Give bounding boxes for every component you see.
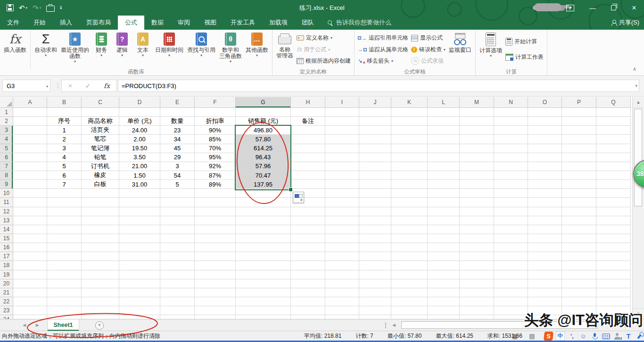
- cell-Q10[interactable]: [596, 189, 631, 198]
- cell-A15[interactable]: [13, 234, 47, 243]
- cell-I6[interactable]: [325, 153, 359, 162]
- toolbox-icon[interactable]: [636, 332, 644, 341]
- cell-F13[interactable]: [195, 216, 236, 225]
- cell-H3[interactable]: [291, 126, 325, 135]
- cell-F15[interactable]: [195, 234, 236, 243]
- cell-H17[interactable]: [291, 252, 325, 261]
- vertical-scrollbar[interactable]: ▲ ▼: [632, 97, 644, 319]
- cell-I14[interactable]: [325, 225, 359, 234]
- cell-F18[interactable]: [195, 261, 236, 270]
- cell-I17[interactable]: [325, 252, 359, 261]
- cell-K6[interactable]: [391, 153, 428, 162]
- column-header-I[interactable]: I: [325, 97, 359, 108]
- sheet-nav-right-icon[interactable]: ▶: [36, 319, 39, 331]
- cell-C10[interactable]: [82, 189, 119, 198]
- cell-L14[interactable]: [428, 225, 460, 234]
- cell-P15[interactable]: [562, 234, 596, 243]
- cell-H23[interactable]: [291, 306, 325, 315]
- ribbon-button-查找与引用[interactable]: 查找与引用▾: [185, 31, 217, 68]
- column-header-G[interactable]: G: [236, 97, 291, 108]
- cell-I21[interactable]: [325, 288, 359, 297]
- cell-N21[interactable]: [494, 288, 528, 297]
- cell-M20[interactable]: [460, 279, 494, 288]
- cell-J19[interactable]: [359, 270, 391, 279]
- cell-M17[interactable]: [460, 252, 494, 261]
- cell-Q11[interactable]: [596, 198, 631, 207]
- cell-I12[interactable]: [325, 207, 359, 216]
- column-header-O[interactable]: O: [528, 97, 562, 108]
- cell-D3[interactable]: 24.00: [119, 126, 160, 135]
- cell-C9[interactable]: 白板: [82, 180, 119, 189]
- cell-I15[interactable]: [325, 234, 359, 243]
- cell-F7[interactable]: 92%: [195, 162, 236, 171]
- cell-A2[interactable]: [13, 117, 47, 126]
- ribbon-button-最近使用的函数[interactable]: ★最近使用的 函数▾: [59, 31, 91, 68]
- column-header-D[interactable]: D: [119, 97, 160, 108]
- cell-H12[interactable]: [291, 207, 325, 216]
- cell-O16[interactable]: [528, 243, 562, 252]
- cell-D1[interactable]: [119, 108, 160, 117]
- ribbon-button-追踪从属单元格[interactable]: →追踪从属单元格: [358, 45, 408, 54]
- cell-G7[interactable]: 57.96: [236, 162, 291, 171]
- cell-H14[interactable]: [291, 225, 325, 234]
- cell-Q7[interactable]: [596, 162, 631, 171]
- cell-A20[interactable]: [13, 279, 47, 288]
- cell-O17[interactable]: [528, 252, 562, 261]
- cell-O11[interactable]: [528, 198, 562, 207]
- cell-G18[interactable]: [236, 261, 291, 270]
- cell-L12[interactable]: [428, 207, 460, 216]
- cell-L18[interactable]: [428, 261, 460, 270]
- cell-H7[interactable]: [291, 162, 325, 171]
- cell-Q8[interactable]: [596, 171, 631, 180]
- cell-H22[interactable]: [291, 297, 325, 306]
- fill-handle[interactable]: [289, 187, 293, 192]
- cell-H2[interactable]: 备注: [291, 117, 325, 126]
- ribbon-button-逻辑[interactable]: ?逻辑▾: [112, 31, 132, 68]
- cell-L21[interactable]: [428, 288, 460, 297]
- cell-A11[interactable]: [13, 198, 47, 207]
- cell-G3[interactable]: 496.80: [236, 126, 291, 135]
- expand-formula-bar-icon[interactable]: ▾: [635, 83, 637, 88]
- cell-Q22[interactable]: [596, 297, 631, 306]
- cell-M22[interactable]: [460, 297, 494, 306]
- cell-H4[interactable]: [291, 135, 325, 144]
- cell-J8[interactable]: [359, 171, 391, 180]
- name-box[interactable]: G3 ▾: [2, 80, 50, 92]
- cell-Q13[interactable]: [596, 216, 631, 225]
- cell-F11[interactable]: [195, 198, 236, 207]
- cell-E7[interactable]: 3: [160, 162, 195, 171]
- cell-A22[interactable]: [13, 297, 47, 306]
- row-header-2[interactable]: 2: [0, 117, 13, 126]
- column-header-A[interactable]: A: [13, 97, 47, 108]
- cell-A24[interactable]: [13, 315, 47, 319]
- cell-B14[interactable]: [47, 225, 82, 234]
- cell-K12[interactable]: [391, 207, 428, 216]
- column-header-E[interactable]: E: [160, 97, 195, 108]
- cell-F23[interactable]: [195, 306, 236, 315]
- ribbon-button-根据所选内容创建[interactable]: 根据所选内容创建: [297, 57, 351, 66]
- cell-N24[interactable]: [494, 315, 528, 319]
- collapse-ribbon-icon[interactable]: ∧: [633, 66, 636, 72]
- row-header-18[interactable]: 18: [0, 261, 13, 270]
- cell-E1[interactable]: [160, 108, 195, 117]
- cell-D17[interactable]: [119, 252, 160, 261]
- cell-I19[interactable]: [325, 270, 359, 279]
- cell-K16[interactable]: [391, 243, 428, 252]
- cell-H15[interactable]: [291, 234, 325, 243]
- cell-M2[interactable]: [460, 117, 494, 126]
- cell-E14[interactable]: [160, 225, 195, 234]
- cell-O6[interactable]: [528, 153, 562, 162]
- cell-N11[interactable]: [494, 198, 528, 207]
- cell-H19[interactable]: [291, 270, 325, 279]
- cell-I1[interactable]: [325, 108, 359, 117]
- name-box-dropdown-icon[interactable]: ▾: [46, 84, 48, 89]
- cell-D18[interactable]: [119, 261, 160, 270]
- cell-Q5[interactable]: [596, 144, 631, 153]
- cell-K20[interactable]: [391, 279, 428, 288]
- cell-P18[interactable]: [562, 261, 596, 270]
- cell-Q2[interactable]: [596, 117, 631, 126]
- cell-Q14[interactable]: [596, 225, 631, 234]
- cell-B23[interactable]: [47, 306, 82, 315]
- cell-O1[interactable]: [528, 108, 562, 117]
- close-icon[interactable]: ×: [626, 0, 642, 16]
